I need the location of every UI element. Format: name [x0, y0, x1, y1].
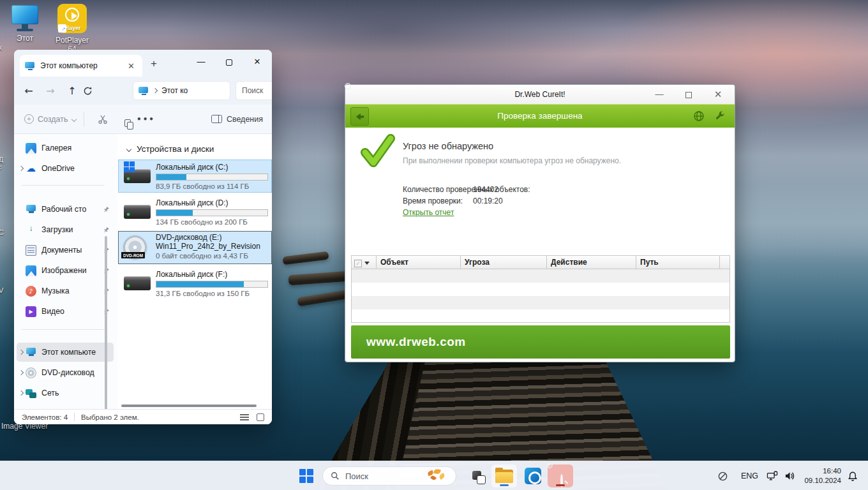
maximize-button[interactable]: [680, 87, 698, 101]
dvd-rom-badge: DVD-ROM: [121, 252, 145, 258]
back-button[interactable]: ←: [18, 85, 40, 97]
thumbnail-view-button[interactable]: [257, 413, 264, 421]
column-action[interactable]: Действие: [547, 256, 636, 269]
close-button[interactable]: ✕: [248, 54, 267, 70]
hidden-icon-label-fragment: к: [0, 43, 2, 51]
capacity-bar: [156, 174, 268, 181]
settings-wrench-icon[interactable]: [714, 110, 725, 121]
explorer-sidebar: Галерея ☁ OneDrive Рабочий сто ↓ Загрузк…: [14, 134, 117, 409]
sidebar-item-pictures[interactable]: Изображени: [17, 261, 114, 280]
scan-time-value: 00:19:20: [473, 197, 503, 205]
open-report-link[interactable]: Открыть отчет: [403, 208, 454, 217]
column-threat[interactable]: Угроза: [461, 256, 547, 269]
column-path[interactable]: Путь: [636, 256, 720, 269]
drweb-banner[interactable]: www.drweb.com: [351, 325, 730, 359]
drive-e-dvd[interactable]: DVD-ROM DVD-дисковод (E:) Win11_Pro_24h2…: [118, 231, 272, 264]
this-pc-icon: [5, 5, 45, 31]
drive-c[interactable]: Локальный диск (C:) 83,9 ГБ свободно из …: [118, 160, 272, 193]
plus-icon: +: [24, 114, 34, 124]
column-object[interactable]: Объект: [377, 256, 461, 269]
forward-button[interactable]: →: [40, 85, 61, 97]
taskbar-drweb[interactable]: [548, 464, 573, 487]
hidden-icon-label-fragment: V: [0, 286, 3, 294]
drive-d[interactable]: Локальный диск (D:) 134 ГБ свободно из 2…: [118, 195, 272, 228]
results-table: ✓ Объект Угроза Действие Путь: [351, 255, 730, 323]
sidebar-item-documents[interactable]: Документы: [17, 241, 114, 260]
new-tab-button[interactable]: +: [151, 57, 157, 70]
sidebar-item-this-pc[interactable]: Этот компьюте: [17, 343, 114, 362]
start-button[interactable]: [294, 464, 319, 487]
cut-button[interactable]: [92, 114, 114, 124]
capacity-bar: [156, 281, 268, 288]
details-pane-icon: [211, 115, 222, 123]
more-options-button[interactable]: •••: [135, 115, 157, 124]
minimize-button[interactable]: —: [650, 87, 668, 101]
sidebar-item-network[interactable]: Сеть: [17, 383, 114, 403]
taskbar-search[interactable]: Поиск: [322, 466, 456, 486]
taskbar-outlook[interactable]: [520, 464, 546, 487]
explorer-statusbar: Элементов: 4 Выбрано 2 элем.: [14, 409, 272, 424]
language-globe-icon[interactable]: [693, 110, 705, 122]
taskbar-file-explorer[interactable]: [491, 464, 517, 487]
details-toggle-button[interactable]: Сведения: [211, 115, 263, 124]
volume-icon[interactable]: [784, 461, 795, 490]
windows-logo-icon: [299, 469, 313, 483]
outlook-icon: [525, 468, 541, 484]
chevron-down-icon: [71, 116, 76, 121]
list-view-button[interactable]: [240, 414, 249, 420]
downloads-icon: ↓: [26, 225, 36, 235]
up-button[interactable]: ↑: [61, 85, 83, 97]
sidebar-item-desktop[interactable]: Рабочий сто: [17, 200, 114, 219]
desktop-icon-potplayer[interactable]: Player → PotPlayer 64: [52, 4, 92, 54]
sidebar-item-dvd-drive[interactable]: DVD-дисковод: [17, 363, 114, 382]
sidebar-item-music[interactable]: ♪ Музыка: [17, 281, 114, 301]
clock[interactable]: 16:40 09.10.2024: [799, 461, 841, 490]
drive-f[interactable]: Локальный диск (F:) 31,3 ГБ свободно из …: [118, 267, 272, 300]
results-table-rows-empty: [352, 269, 730, 322]
notifications-bell-icon[interactable]: [848, 461, 858, 490]
windows-logo-icon: [124, 161, 135, 172]
shortcut-arrow-icon: →: [58, 24, 66, 33]
seasonal-leaves-decoration: [426, 469, 448, 483]
sidebar-scrollbar[interactable]: [105, 236, 107, 421]
taskbar: Поиск ENG 16:40: [0, 461, 868, 490]
explorer-search-box[interactable]: Поиск: [236, 81, 272, 100]
explorer-navbar: ← → ↑ Этот ко Поиск: [14, 77, 272, 105]
gallery-icon: [26, 143, 36, 154]
address-bar[interactable]: Этот ко: [133, 81, 230, 100]
create-new-button[interactable]: + Создать: [24, 114, 76, 124]
pin-icon: [103, 206, 110, 213]
collapse-chevron-icon: [126, 146, 131, 151]
sidebar-item-onedrive[interactable]: ☁ OneDrive: [17, 159, 114, 178]
desktop-folder-icon: [26, 204, 36, 215]
select-all-checkbox[interactable]: ✓: [352, 256, 377, 269]
network-icon[interactable]: [767, 461, 778, 490]
section-devices-and-drives[interactable]: Устройства и диски: [127, 144, 214, 154]
this-pc-icon: [26, 347, 36, 358]
network-icon: [26, 388, 36, 399]
maximize-button[interactable]: [220, 54, 239, 70]
refresh-button[interactable]: [83, 86, 105, 96]
desktop-icon-label: Этот: [5, 34, 45, 43]
drweb-titlebar[interactable]: Dr.Web CureIt!: [345, 85, 735, 104]
explorer-tab[interactable]: Этот компьютер ✕: [20, 55, 142, 77]
privacy-muted-icon[interactable]: [717, 461, 728, 490]
drweb-url: www.drweb.com: [366, 335, 466, 349]
sidebar-item-videos[interactable]: ▶ Видео: [17, 302, 114, 321]
explorer-toolbar: + Создать ••• Сведения: [14, 105, 272, 134]
scan-status-title: Проверка завершена: [345, 111, 735, 121]
pictures-icon: [26, 265, 36, 276]
horizontal-scrollbar[interactable]: [121, 405, 257, 407]
sidebar-item-downloads[interactable]: ↓ Загрузки: [17, 220, 114, 239]
desktop-icon-this-pc[interactable]: Этот: [5, 5, 45, 43]
close-button[interactable]: ✕: [709, 87, 727, 101]
tab-close-icon[interactable]: ✕: [125, 61, 137, 71]
videos-icon: ▶: [26, 306, 36, 317]
task-view-button[interactable]: [465, 464, 490, 487]
explorer-content: Устройства и диски Локальный диск (C:) 8…: [118, 134, 272, 409]
language-indicator[interactable]: ENG: [741, 461, 758, 490]
sidebar-item-gallery[interactable]: Галерея: [17, 138, 114, 158]
objects-scanned-value: 194402: [473, 185, 498, 194]
tab-title: Этот компьютер: [40, 61, 125, 70]
minimize-button[interactable]: —: [191, 54, 211, 70]
